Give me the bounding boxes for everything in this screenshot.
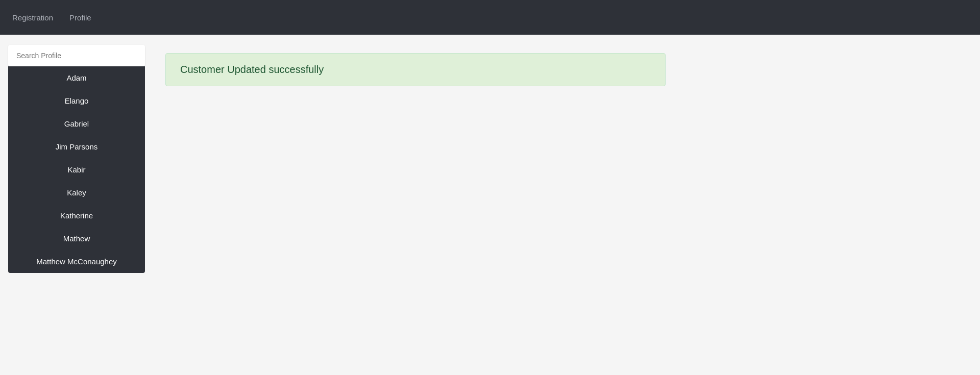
success-banner: Customer Updated successfully (165, 53, 666, 86)
list-item[interactable]: Matthew McConaughey (8, 250, 145, 273)
sidebar: AdamElangoGabrielJim ParsonsKabirKaleyKa… (0, 45, 153, 365)
list-item[interactable]: Adam (8, 66, 145, 89)
navbar: Registration Profile (0, 0, 980, 35)
list-item[interactable]: Kabir (8, 158, 145, 181)
list-item[interactable]: Katherine (8, 204, 145, 227)
navbar-link-profile[interactable]: Profile (69, 13, 91, 22)
profile-list: AdamElangoGabrielJim ParsonsKabirKaleyKa… (8, 66, 145, 273)
navbar-link-registration[interactable]: Registration (12, 13, 53, 22)
list-item[interactable]: Kaley (8, 181, 145, 204)
content-area: Customer Updated successfully (153, 45, 980, 365)
search-input[interactable] (16, 52, 137, 60)
list-item[interactable]: Jim Parsons (8, 135, 145, 158)
list-item[interactable]: Gabriel (8, 112, 145, 135)
list-item[interactable]: Mathew (8, 227, 145, 250)
success-message: Customer Updated successfully (180, 64, 324, 75)
search-container (8, 45, 145, 66)
main-content: AdamElangoGabrielJim ParsonsKabirKaleyKa… (0, 35, 980, 375)
list-item[interactable]: Elango (8, 89, 145, 112)
